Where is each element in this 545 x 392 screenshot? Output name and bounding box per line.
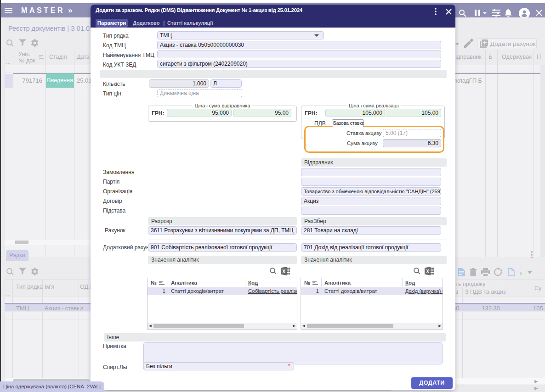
svg-text:X: X	[282, 269, 285, 274]
svg-text:X: X	[426, 269, 429, 274]
